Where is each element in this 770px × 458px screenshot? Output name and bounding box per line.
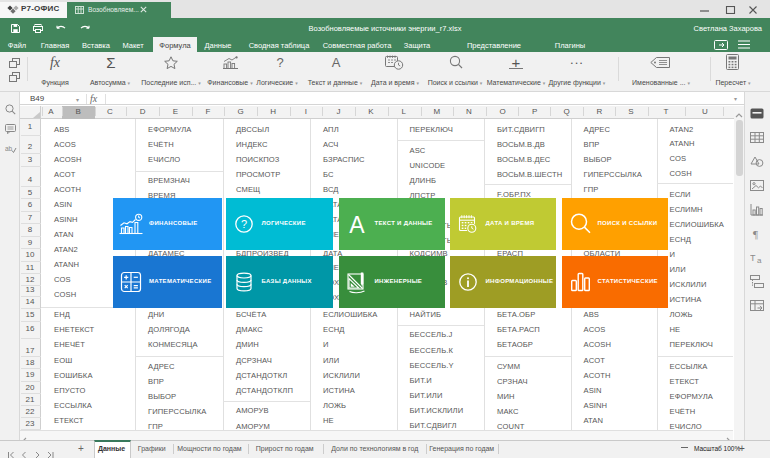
svg-text:¶: ¶ xyxy=(753,228,758,240)
svg-text:T: T xyxy=(750,253,756,263)
svg-text:A: A xyxy=(349,213,365,235)
svg-text:a: a xyxy=(757,256,762,264)
svg-text:?: ? xyxy=(241,218,247,230)
svg-text:ab: ab xyxy=(5,145,13,152)
